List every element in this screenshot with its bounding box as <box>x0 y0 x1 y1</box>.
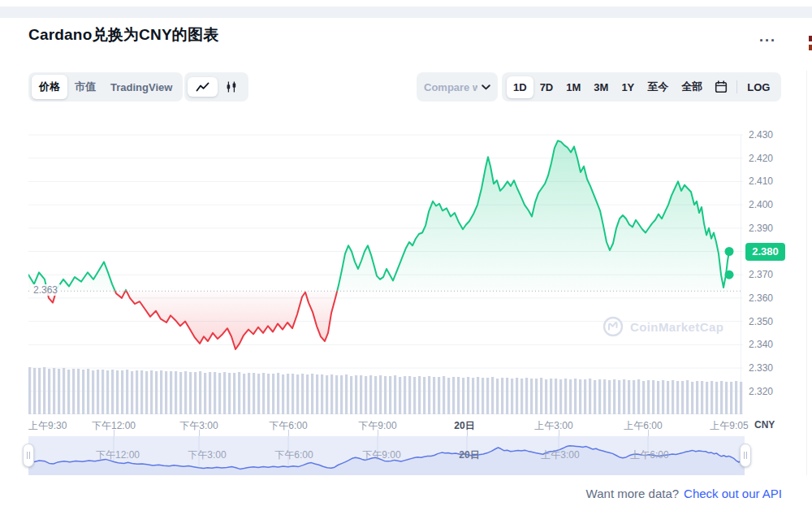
axis-currency-label: CNY <box>754 419 775 431</box>
calendar-icon <box>715 80 728 93</box>
navigator-time-label: 上午6:00 <box>630 448 668 462</box>
navigator-time-label: 下午3:00 <box>188 448 226 462</box>
navigator-tick <box>199 430 200 436</box>
x-axis-tick: 20日 <box>454 419 474 433</box>
x-axis-tick: 上午9:05 <box>710 419 748 433</box>
navigator-time-label: 下午9:00 <box>362 448 400 462</box>
navigator-tick <box>648 430 649 436</box>
calendar-button[interactable] <box>709 77 733 97</box>
range-3m[interactable]: 3M <box>587 76 615 98</box>
navigator-tick <box>114 430 114 436</box>
page-title: Cardano兑换为CNY的图表 <box>28 24 218 45</box>
navigator-tick <box>467 430 468 436</box>
footer-prompt: Want more data? <box>586 487 680 500</box>
x-axis-tick: 上午3:00 <box>534 419 572 433</box>
navigator-tick <box>288 430 289 436</box>
y-axis-tick: 2.420 <box>749 153 773 164</box>
range-7d[interactable]: 7D <box>533 76 560 98</box>
api-footer: Want more data? Check out our API <box>586 487 782 500</box>
view-tab-price[interactable]: 价格 <box>32 75 67 99</box>
chevron-down-icon <box>482 84 490 90</box>
y-axis-tick: 2.410 <box>749 175 773 187</box>
watermark-text: CoinMarketCap <box>630 320 723 334</box>
range-1d[interactable]: 1D <box>507 76 533 98</box>
range-all[interactable]: 全部 <box>675 75 709 99</box>
chart-type-group <box>184 72 248 102</box>
x-axis-tick: 上午9:30 <box>28 419 67 433</box>
range-items: 1D7D1M3M1Y至今全部 <box>507 75 709 99</box>
y-axis-tick: 2.430 <box>749 129 773 141</box>
y-axis-tick: 2.370 <box>749 269 773 280</box>
y-axis-tick: 2.360 <box>749 292 773 304</box>
range-ytd[interactable]: 至今 <box>641 75 675 99</box>
open-price-label: 2.363 <box>31 284 60 296</box>
price-chart[interactable]: 2.363 CoinMarketCap <box>28 114 743 415</box>
compare-button[interactable]: Compare w <box>417 72 498 102</box>
y-axis-tick: 2.330 <box>749 362 773 374</box>
navigator-tick <box>378 430 378 436</box>
navigator-right-handle[interactable] <box>740 444 751 467</box>
coinmarketcap-watermark: CoinMarketCap <box>603 316 723 337</box>
right-panel-border <box>806 71 807 475</box>
line-chart-type-button[interactable] <box>188 77 218 97</box>
price-chart-svg <box>28 114 743 415</box>
candlestick-type-button[interactable] <box>218 76 245 97</box>
api-link[interactable]: Check out our API <box>684 487 782 500</box>
navigator-time-label: 下午6:00 <box>274 448 313 462</box>
y-axis-tick: 2.350 <box>749 316 773 327</box>
view-tab-tradingview[interactable]: TradingView <box>103 76 179 98</box>
more-options-button[interactable]: ... <box>759 29 776 44</box>
y-axis-tick: 2.400 <box>749 199 773 210</box>
y-axis-tick: 2.340 <box>749 339 773 350</box>
range-1m[interactable]: 1M <box>559 76 587 98</box>
compare-label: Compare w <box>424 81 477 93</box>
coinmarketcap-logo-icon <box>603 316 624 337</box>
x-axis-tick: 上午6:00 <box>624 419 662 433</box>
navigator-time-label: 下午12:00 <box>96 448 140 462</box>
view-tab-marketcap[interactable]: 市值 <box>67 75 103 99</box>
navigator-left-handle[interactable] <box>23 444 34 467</box>
y-axis-tick: 2.390 <box>749 223 773 234</box>
view-tab-group: 价格市值TradingView <box>28 72 183 102</box>
log-scale-button[interactable]: LOG <box>741 76 776 98</box>
y-axis-tick: 2.320 <box>749 386 773 397</box>
divider <box>736 80 737 93</box>
clipped-edge-content <box>809 36 812 41</box>
line-chart-icon <box>196 82 209 92</box>
top-divider <box>0 6 812 18</box>
candlestick-icon <box>226 81 237 93</box>
navigator-time-label: 20日 <box>459 448 479 462</box>
clipped-edge-content <box>809 45 812 50</box>
range-group: 1D7D1M3M1Y至今全部 LOG <box>502 72 781 102</box>
current-price-badge: 2.380 <box>745 243 785 261</box>
navigator-tick <box>559 430 559 436</box>
range-1y[interactable]: 1Y <box>615 76 641 98</box>
range-navigator[interactable]: 下午12:00下午3:00下午6:00下午9:0020日上午3:00上午6:00 <box>28 436 745 475</box>
navigator-time-label: 上午3:00 <box>541 448 579 462</box>
